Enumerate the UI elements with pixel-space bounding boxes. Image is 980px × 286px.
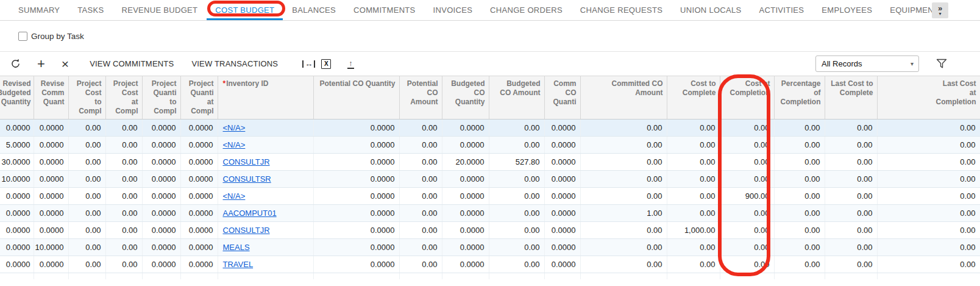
cell-cost-at-completion[interactable]: 0.00 — [720, 256, 774, 273]
cell-project-cost-to-compl[interactable]: 0.00 — [68, 204, 105, 221]
col-header-cost-to-complete[interactable]: Cost to Complete — [667, 76, 720, 119]
inventory-id-link[interactable]: <N/A> — [223, 140, 246, 149]
cell-last-cost-to-complete[interactable]: 0.00 — [825, 187, 877, 204]
inventory-id-link[interactable]: CONSULTSR — [223, 174, 271, 184]
cell-project-cost-at-compl[interactable]: 0.00 — [105, 204, 142, 221]
col-header-project-quanti-to-compl[interactable]: Project Quanti to Compl — [142, 76, 180, 119]
view-commitments-button[interactable]: VIEW COMMITMENTS — [85, 59, 178, 68]
cell-inventory-id[interactable]: <N/A> — [218, 119, 313, 136]
records-filter-dropdown[interactable]: All Records ▾ — [815, 55, 919, 72]
cell-revised-budgeted-quantity[interactable]: 0.0000 — [0, 256, 34, 273]
col-header-project-cost-to-compl[interactable]: Project Cost to Compl — [68, 76, 105, 119]
cell-budgeted-co-quantity[interactable]: 0.0000 — [442, 187, 489, 204]
col-header-revise-comm-quant[interactable]: Revise Comm Quant — [34, 76, 68, 119]
cell-potential-co-quantity[interactable]: 0.0000 — [313, 170, 399, 187]
cell-committed-co-amount[interactable]: 0.00 — [580, 153, 667, 170]
cell-revised-budgeted-quantity[interactable]: 30.0000 — [0, 153, 34, 170]
cell-project-cost-to-compl[interactable]: 0.00 — [68, 136, 105, 153]
inventory-id-link[interactable]: <N/A> — [223, 123, 246, 132]
filter-settings-button[interactable] — [936, 59, 947, 69]
cell-percentage-of-completion[interactable]: 0.00 — [774, 204, 825, 221]
cell-project-quanti-at-compl[interactable]: 0.0000 — [180, 204, 218, 221]
cell-project-quanti-at-compl[interactable]: 0.0000 — [180, 153, 218, 170]
cell-project-quanti-at-compl[interactable]: 0.0000 — [180, 136, 218, 153]
col-header-potential-co-amount[interactable]: Potential CO Amount — [399, 76, 442, 119]
cell-budgeted-co-amount[interactable]: 0.00 — [489, 221, 544, 238]
cell-percentage-of-completion[interactable]: 0.00 — [774, 238, 825, 256]
cell-committed-co-amount[interactable]: 0.00 — [580, 119, 667, 136]
tab-summary[interactable]: SUMMARY — [18, 0, 60, 20]
cell-project-quanti-to-compl[interactable]: 0.0000 — [142, 119, 180, 136]
col-header-percentage-of-completion[interactable]: Percentage of Completion — [774, 76, 825, 119]
cell-comm-co-quanti[interactable]: 0.0000 — [544, 256, 580, 273]
cell-potential-co-quantity[interactable]: 0.0000 — [313, 221, 399, 238]
col-header-budgeted-co-quantity[interactable]: Budgeted CO Quantity — [442, 76, 489, 119]
cell-revise-comm-quant[interactable]: 0.0000 — [34, 204, 68, 221]
inventory-id-link[interactable]: AACOMPUT01 — [223, 209, 277, 218]
cell-project-quanti-at-compl[interactable]: 0.0000 — [180, 256, 218, 273]
cell-potential-co-quantity[interactable]: 0.0000 — [313, 256, 399, 273]
cell-budgeted-co-quantity[interactable]: 0.0000 — [442, 204, 489, 221]
cell-budgeted-co-quantity[interactable]: 0.0000 — [442, 256, 489, 273]
cell-budgeted-co-quantity[interactable]: 0.0000 — [442, 170, 489, 187]
cell-revise-comm-quant[interactable]: 0.0000 — [34, 136, 68, 153]
col-header-potential-co-quantity[interactable]: Potential CO Quantity — [313, 76, 399, 119]
cell-budgeted-co-quantity[interactable]: 0.0000 — [442, 136, 489, 153]
cell-project-cost-at-compl[interactable]: 0.00 — [105, 153, 142, 170]
cell-project-cost-at-compl[interactable]: 0.00 — [105, 170, 142, 187]
load-records-button[interactable]: ↑ — [347, 59, 354, 69]
cell-cost-to-complete[interactable]: 0.00 — [667, 119, 720, 136]
cell-percentage-of-completion[interactable]: 0.00 — [774, 256, 825, 273]
col-header-inventory-id[interactable]: *Inventory ID — [218, 76, 313, 119]
cell-comm-co-quanti[interactable]: 0.0000 — [544, 221, 580, 238]
tab-invoices[interactable]: INVOICES — [433, 0, 473, 20]
cell-revise-comm-quant[interactable]: 0.0000 — [34, 153, 68, 170]
cell-inventory-id[interactable]: AACOMPUT01 — [218, 204, 313, 221]
cell-project-quanti-to-compl[interactable]: 0.0000 — [142, 256, 180, 273]
tab-change-requests[interactable]: CHANGE REQUESTS — [580, 0, 662, 20]
cell-inventory-id[interactable]: <N/A> — [218, 187, 313, 204]
cell-potential-co-quantity[interactable]: 0.0000 — [313, 187, 399, 204]
inventory-id-link[interactable]: CONSULTJR — [223, 226, 270, 235]
cell-revised-budgeted-quantity[interactable]: 0.0000 — [0, 187, 34, 204]
cell-committed-co-amount[interactable]: 0.00 — [580, 187, 667, 204]
cell-project-cost-to-compl[interactable]: 0.00 — [68, 170, 105, 187]
cell-potential-co-amount[interactable]: 0.00 — [399, 221, 442, 238]
cell-budgeted-co-amount[interactable]: 0.00 — [489, 238, 544, 256]
cell-last-cost-at-completion[interactable]: 0.00 — [877, 136, 980, 153]
cell-percentage-of-completion[interactable]: 0.00 — [774, 170, 825, 187]
cell-revise-comm-quant[interactable]: 0.0000 — [34, 170, 68, 187]
cell-last-cost-to-complete[interactable]: 0.00 — [825, 153, 877, 170]
cell-last-cost-at-completion[interactable]: 0.00 — [877, 238, 980, 256]
cell-inventory-id[interactable]: TRAVEL — [218, 256, 313, 273]
delete-row-button[interactable]: × — [62, 58, 69, 70]
cell-last-cost-at-completion[interactable]: 0.00 — [877, 187, 980, 204]
col-header-last-cost-at-completion[interactable]: Last Cost at Completion — [877, 76, 980, 119]
cell-potential-co-quantity[interactable]: 0.0000 — [313, 204, 399, 221]
cell-comm-co-quanti[interactable]: 0.0000 — [544, 238, 580, 256]
cell-last-cost-at-completion[interactable]: 0.00 — [877, 153, 980, 170]
cell-cost-at-completion[interactable]: 900.00 — [720, 187, 774, 204]
group-by-task-checkbox[interactable] — [18, 32, 27, 41]
cell-budgeted-co-quantity[interactable]: 0.0000 — [442, 238, 489, 256]
col-header-last-cost-to-complete[interactable]: Last Cost to Complete — [825, 76, 877, 119]
cell-cost-at-completion[interactable]: 0.00 — [720, 153, 774, 170]
cell-revise-comm-quant[interactable]: 0.0000 — [34, 119, 68, 136]
cell-revise-comm-quant[interactable]: 0.0000 — [34, 256, 68, 273]
cell-committed-co-amount[interactable]: 0.00 — [580, 221, 667, 238]
cell-cost-to-complete[interactable]: 1,000.00 — [667, 221, 720, 238]
tab-commitments[interactable]: COMMITMENTS — [353, 0, 416, 20]
cell-cost-to-complete[interactable]: 0.00 — [667, 256, 720, 273]
cell-project-quanti-to-compl[interactable]: 0.0000 — [142, 136, 180, 153]
cell-comm-co-quanti[interactable]: 0.0000 — [544, 153, 580, 170]
cell-potential-co-amount[interactable]: 0.00 — [399, 187, 442, 204]
cell-potential-co-quantity[interactable]: 0.0000 — [313, 119, 399, 136]
cell-cost-to-complete[interactable]: 0.00 — [667, 170, 720, 187]
col-header-cost-at-completion[interactable]: Cost at Completion — [720, 76, 774, 119]
cell-project-quanti-to-compl[interactable]: 0.0000 — [142, 187, 180, 204]
cell-revise-comm-quant[interactable]: 0.0000 — [34, 187, 68, 204]
cell-revise-comm-quant[interactable]: 10.0000 — [34, 238, 68, 256]
tab-revenue-budget[interactable]: REVENUE BUDGET — [121, 0, 197, 20]
cell-potential-co-amount[interactable]: 0.00 — [399, 136, 442, 153]
cell-cost-at-completion[interactable]: 0.00 — [720, 170, 774, 187]
